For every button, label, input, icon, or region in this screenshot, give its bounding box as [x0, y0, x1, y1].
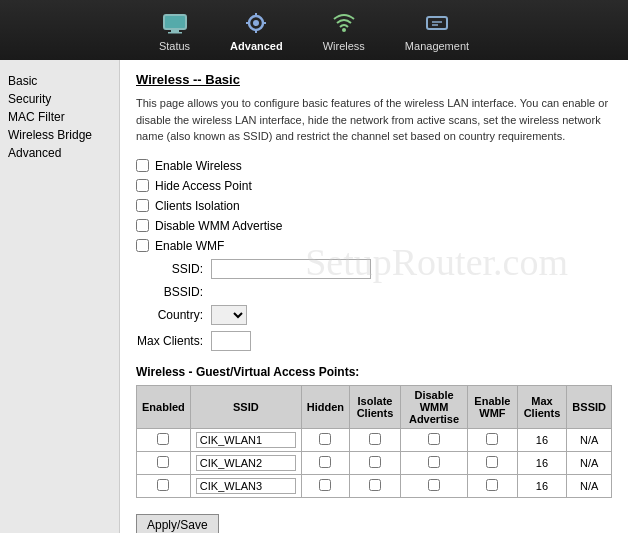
- page-title: Wireless -- Basic: [136, 72, 612, 87]
- max-clients-input[interactable]: [211, 331, 251, 351]
- bssid-label: BSSID:: [136, 285, 211, 299]
- svg-point-4: [253, 20, 259, 26]
- guest-enable-wmf-2[interactable]: [486, 479, 498, 491]
- clients-isolation-checkbox[interactable]: [136, 199, 149, 212]
- th-isolate: Isolate Clients: [350, 385, 401, 428]
- max-clients-label: Max Clients:: [136, 334, 211, 348]
- th-max-clients: Max Clients: [517, 385, 567, 428]
- guest-hidden-0[interactable]: [319, 433, 331, 445]
- th-hidden: Hidden: [301, 385, 349, 428]
- nav-management-label: Management: [405, 40, 469, 52]
- guest-isolate-0[interactable]: [369, 433, 381, 445]
- nav-management[interactable]: Management: [405, 9, 469, 52]
- guest-ssid-1[interactable]: [196, 455, 296, 471]
- guest-bssid-2: N/A: [567, 474, 612, 497]
- disable-wmm-label: Disable WMM Advertise: [155, 219, 282, 233]
- guest-max-clients-0: 16: [517, 428, 567, 451]
- guest-table: Enabled SSID Hidden Isolate Clients Disa…: [136, 385, 612, 498]
- enable-wmf-checkbox[interactable]: [136, 239, 149, 252]
- guest-isolate-1[interactable]: [369, 456, 381, 468]
- svg-rect-0: [164, 15, 186, 29]
- checkbox-hide-access-point: Hide Access Point: [136, 179, 612, 193]
- guest-max-clients-2: 16: [517, 474, 567, 497]
- checkbox-enable-wmf: Enable WMF: [136, 239, 612, 253]
- guest-enabled-2[interactable]: [157, 479, 169, 491]
- th-ssid: SSID: [190, 385, 301, 428]
- ssid-input[interactable]: [211, 259, 371, 279]
- nav-wireless-label: Wireless: [323, 40, 365, 52]
- svg-point-9: [342, 28, 346, 32]
- page-description: This page allows you to configure basic …: [136, 95, 612, 145]
- nav-status-label: Status: [159, 40, 190, 52]
- hide-access-point-checkbox[interactable]: [136, 179, 149, 192]
- nav-advanced-label: Advanced: [230, 40, 283, 52]
- disable-wmm-checkbox[interactable]: [136, 219, 149, 232]
- guest-bssid-1: N/A: [567, 451, 612, 474]
- nav-wireless[interactable]: Wireless: [323, 9, 365, 52]
- guest-enable-wmf-1[interactable]: [486, 456, 498, 468]
- guest-hidden-1[interactable]: [319, 456, 331, 468]
- guest-ssid-0[interactable]: [196, 432, 296, 448]
- enable-wireless-label: Enable Wireless: [155, 159, 242, 173]
- max-clients-row: Max Clients:: [136, 331, 612, 351]
- guest-disable-wmm-0[interactable]: [428, 433, 440, 445]
- main-layout: Basic Security MAC Filter Wireless Bridg…: [0, 60, 628, 533]
- guest-disable-wmm-1[interactable]: [428, 456, 440, 468]
- country-row: Country:: [136, 305, 612, 325]
- th-bssid: BSSID: [567, 385, 612, 428]
- guest-enable-wmf-0[interactable]: [486, 433, 498, 445]
- bssid-row: BSSID:: [136, 285, 612, 299]
- table-row: 16 N/A: [137, 474, 612, 497]
- sidebar: Basic Security MAC Filter Wireless Bridg…: [0, 60, 120, 533]
- country-select[interactable]: [211, 305, 247, 325]
- svg-rect-10: [427, 17, 447, 29]
- sidebar-item-wireless-bridge[interactable]: Wireless Bridge: [8, 126, 111, 144]
- enable-wmf-label: Enable WMF: [155, 239, 224, 253]
- country-label: Country:: [136, 308, 211, 322]
- sidebar-item-security[interactable]: Security: [8, 90, 111, 108]
- th-enable-wmf: Enable WMF: [468, 385, 518, 428]
- top-navigation: Status Advanced Wireless Management: [0, 0, 628, 60]
- main-content: Wireless -- Basic This page allows you t…: [120, 60, 628, 533]
- guest-bssid-0: N/A: [567, 428, 612, 451]
- svg-rect-1: [171, 29, 179, 32]
- table-row: 16 N/A: [137, 451, 612, 474]
- nav-status[interactable]: Status: [159, 9, 190, 52]
- nav-advanced[interactable]: Advanced: [230, 9, 283, 52]
- apply-save-button[interactable]: Apply/Save: [136, 514, 219, 534]
- th-disable-wmm: Disable WMM Advertise: [400, 385, 467, 428]
- enable-wireless-checkbox[interactable]: [136, 159, 149, 172]
- guest-ssid-2[interactable]: [196, 478, 296, 494]
- hide-access-point-label: Hide Access Point: [155, 179, 252, 193]
- ssid-row: SSID:: [136, 259, 612, 279]
- guest-isolate-2[interactable]: [369, 479, 381, 491]
- guest-enabled-1[interactable]: [157, 456, 169, 468]
- svg-rect-2: [168, 32, 182, 34]
- table-row: 16 N/A: [137, 428, 612, 451]
- checkbox-disable-wmm: Disable WMM Advertise: [136, 219, 612, 233]
- guest-disable-wmm-2[interactable]: [428, 479, 440, 491]
- clients-isolation-label: Clients Isolation: [155, 199, 240, 213]
- th-enabled: Enabled: [137, 385, 191, 428]
- guest-max-clients-1: 16: [517, 451, 567, 474]
- sidebar-item-basic[interactable]: Basic: [8, 72, 111, 90]
- guest-hidden-2[interactable]: [319, 479, 331, 491]
- sidebar-item-advanced[interactable]: Advanced: [8, 144, 111, 162]
- guest-section-title: Wireless - Guest/Virtual Access Points:: [136, 365, 612, 379]
- ssid-label: SSID:: [136, 262, 211, 276]
- sidebar-item-mac-filter[interactable]: MAC Filter: [8, 108, 111, 126]
- checkbox-clients-isolation: Clients Isolation: [136, 199, 612, 213]
- guest-enabled-0[interactable]: [157, 433, 169, 445]
- checkbox-enable-wireless: Enable Wireless: [136, 159, 612, 173]
